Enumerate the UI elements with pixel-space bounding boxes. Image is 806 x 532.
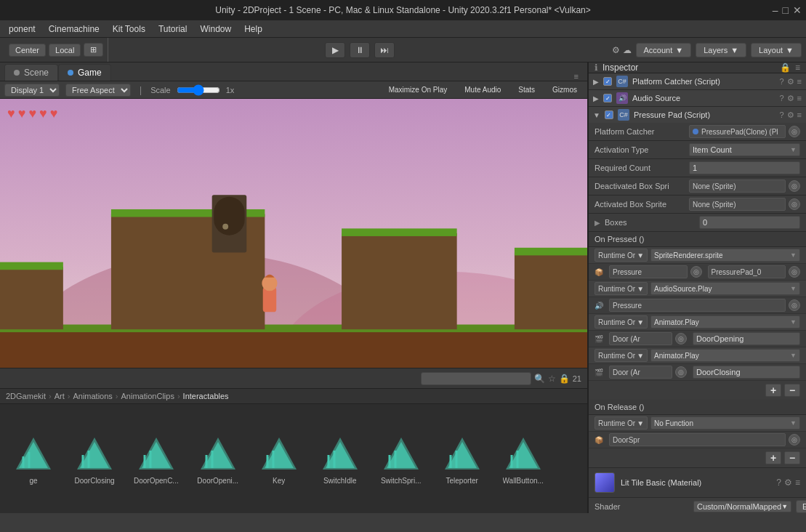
edit-shader-button[interactable]: Edit... (796, 500, 806, 513)
remove-event-button[interactable]: − (784, 384, 800, 397)
list-item[interactable]: Key (257, 433, 301, 485)
step-button[interactable]: ⏭ (374, 42, 395, 58)
boxes-toggle[interactable]: ▶ (595, 219, 600, 227)
add-release-event-button[interactable]: + (765, 451, 781, 464)
runtime-dropdown-1[interactable]: Runtime Or ▼ (595, 249, 648, 262)
center-button[interactable]: Center (9, 44, 46, 57)
maximize-icon[interactable]: □ (783, 4, 789, 16)
tab-scene[interactable]: Scene (4, 64, 58, 81)
select-btn-r1b[interactable]: ◎ (789, 266, 800, 278)
settings-icon[interactable]: ⚙ (612, 45, 620, 55)
breadcrumb-interactables[interactable]: Interactables (183, 392, 229, 400)
gizmos-button[interactable]: Gizmos (547, 84, 583, 95)
settings-icon-pp[interactable]: ⚙ (787, 110, 794, 120)
obj-ref-1[interactable]: Pressure (609, 265, 688, 278)
func-dropdown-rel-1[interactable]: No Function ▼ (650, 416, 800, 430)
aspect-select[interactable]: Free Aspect (65, 84, 131, 97)
func-dropdown-3[interactable]: Animator.Play ▼ (650, 315, 800, 329)
scale-slider[interactable] (177, 85, 220, 95)
settings-icon-audio[interactable]: ⚙ (787, 94, 794, 103)
close-icon[interactable]: ✕ (793, 4, 802, 16)
list-item[interactable]: ge (12, 433, 55, 485)
runtime-dropdown-3[interactable]: Runtime Or ▼ (595, 315, 648, 329)
menu-item-kittools[interactable]: Kit Tools (107, 23, 151, 36)
help-icon-audio[interactable]: ? (779, 94, 783, 103)
platform-catcher-header[interactable]: ▶ ✓ C# Platform Catcher (Script) ? ⚙ ≡ (589, 73, 806, 89)
menu-item-ponent[interactable]: ponent (3, 23, 41, 36)
menu-icon-pp[interactable]: ≡ (797, 110, 802, 120)
boxes-input[interactable] (699, 216, 800, 229)
settings-icon-pc[interactable]: ⚙ (787, 77, 794, 86)
remove-release-event-button[interactable]: − (784, 451, 800, 464)
maximize-on-play-button[interactable]: Maximize On Play (383, 84, 454, 95)
runtime-dropdown-4[interactable]: Runtime Or ▼ (595, 349, 648, 362)
game-view[interactable]: ♥ ♥ ♥ ♥ ♥ (0, 99, 587, 368)
search-icon[interactable]: 🔍 (534, 374, 545, 384)
enabled-checkbox[interactable]: ✓ (603, 77, 612, 86)
layout-button[interactable]: Layout ▼ (751, 43, 802, 57)
menu-item-help[interactable]: Help (238, 23, 268, 36)
list-item[interactable]: Teleporter (440, 433, 484, 485)
platform-catcher-field[interactable]: PressurePad(Clone) (Pl (689, 125, 786, 138)
material-menu-icon[interactable]: ≡ (795, 477, 800, 488)
bookmark-icon[interactable]: ☆ (548, 374, 556, 384)
activated-box-sprite-field[interactable]: None (Sprite) (689, 198, 786, 211)
select-btn-rel-1[interactable]: ◎ (789, 434, 800, 446)
stats-button[interactable]: Stats (512, 84, 541, 95)
obj-ref-2[interactable]: Pressure (609, 299, 786, 312)
local-button[interactable]: Local (49, 44, 81, 57)
menu-item-tutorial[interactable]: Tutorial (153, 23, 193, 36)
enabled-checkbox-audio[interactable]: ✓ (603, 94, 612, 102)
list-item[interactable]: DoorOpeni... (196, 433, 240, 485)
breadcrumb-2dgamekit[interactable]: 2DGamekit (6, 392, 46, 400)
pause-button[interactable]: ⏸ (350, 42, 370, 58)
shader-dropdown[interactable]: Custom/NormalMapped ▼ (693, 501, 791, 512)
account-button[interactable]: Account ▼ (636, 43, 692, 57)
select-btn-pc[interactable]: ◎ (789, 126, 800, 137)
pressure-pad-header[interactable]: ▼ ✓ C# Pressure Pad (Script) ? ⚙ ≡ (589, 107, 806, 123)
select-btn-r1[interactable]: ◎ (690, 266, 702, 278)
menu-icon-audio[interactable]: ≡ (797, 94, 802, 103)
audio-source-header[interactable]: ▶ ✓ 🔊 Audio Source ? ⚙ ≡ (589, 90, 806, 106)
obj-ref-4[interactable]: Door (Ar (609, 366, 672, 379)
help-icon[interactable]: ? (779, 77, 783, 86)
grid-button[interactable]: ⊞ (84, 43, 103, 57)
list-item[interactable]: SwitchSpri... (379, 433, 423, 485)
menu-item-cinemachine[interactable]: Cinemachine (43, 23, 105, 36)
func-dropdown-2[interactable]: AudioSource.Play ▼ (650, 282, 800, 295)
enabled-checkbox-pp[interactable]: ✓ (605, 110, 613, 119)
list-item[interactable]: DoorClosing (73, 433, 116, 485)
list-item[interactable]: WallButton... (501, 433, 545, 485)
layers-button[interactable]: Layers ▼ (696, 43, 746, 57)
obj-ref-1b[interactable]: PressurePad_0 (708, 265, 786, 278)
menu-icon-pc[interactable]: ≡ (797, 77, 802, 86)
func-dropdown-1[interactable]: SpriteRenderer.sprite ▼ (650, 249, 800, 262)
lock-icon[interactable]: 🔒 (780, 63, 791, 73)
runtime-dropdown-2[interactable]: Runtime Or ▼ (595, 282, 648, 295)
breadcrumb-art[interactable]: Art (55, 392, 65, 400)
add-event-button[interactable]: + (765, 384, 781, 397)
deactivated-box-sprite-field[interactable]: None (Sprite) (689, 180, 786, 193)
func-dropdown-4[interactable]: Animator.Play ▼ (650, 349, 800, 362)
help-icon-pp[interactable]: ? (779, 110, 783, 120)
select-btn-abs[interactable]: ◎ (789, 198, 800, 210)
play-button[interactable]: ▶ (325, 42, 345, 58)
search-input[interactable] (421, 372, 531, 385)
breadcrumb-animclips[interactable]: AnimationClips (121, 392, 174, 400)
menu-item-window[interactable]: Window (194, 23, 237, 36)
list-item[interactable]: DoorOpenC... (134, 433, 179, 485)
obj-ref-rel-1[interactable]: DoorSpr (609, 433, 786, 446)
select-btn-r3[interactable]: ◎ (675, 333, 687, 344)
material-help-icon[interactable]: ? (776, 477, 781, 488)
list-item[interactable]: SwitchIdle (318, 433, 362, 485)
activation-type-dropdown[interactable]: Item Count ▼ (689, 143, 800, 156)
select-btn-r4[interactable]: ◎ (675, 366, 687, 378)
tab-menu-icon[interactable]: ≡ (574, 72, 579, 81)
required-count-input[interactable] (689, 161, 800, 174)
door-opening-input[interactable] (693, 332, 800, 345)
material-settings-icon[interactable]: ⚙ (784, 477, 792, 488)
select-btn-r2[interactable]: ◎ (789, 299, 800, 311)
lock-asset-icon[interactable]: 🔒 (559, 374, 570, 384)
mute-audio-button[interactable]: Mute Audio (459, 84, 507, 95)
cloud-icon[interactable]: ☁ (623, 45, 632, 55)
